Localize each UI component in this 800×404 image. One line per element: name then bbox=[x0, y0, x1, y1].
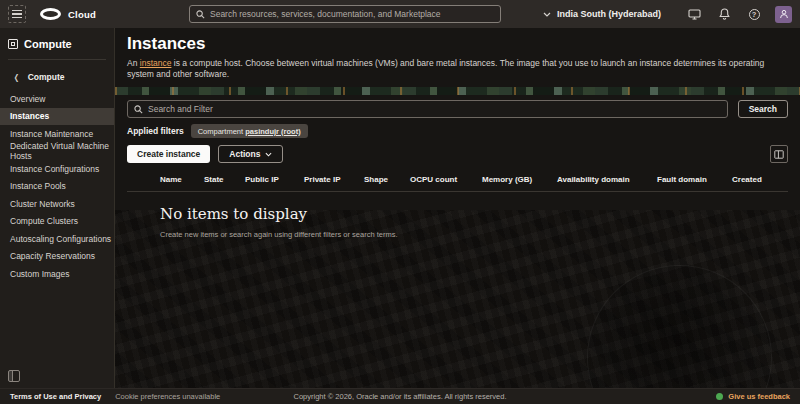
column-header-memory[interactable]: Memory (GB) bbox=[482, 175, 557, 184]
footer: Terms of Use and Privacy Cookie preferen… bbox=[0, 388, 800, 404]
instance-doc-link[interactable]: instance bbox=[140, 58, 172, 68]
divider bbox=[8, 59, 106, 60]
chip-prefix: Compartment bbox=[198, 127, 246, 136]
feedback-icon bbox=[716, 393, 723, 400]
sidebar-title: Compute bbox=[24, 38, 72, 50]
top-bar-right: India South (Hyderabad) ? bbox=[543, 3, 792, 25]
chevron-left-icon: ❮ bbox=[14, 73, 19, 82]
sidebar-item-instance-configurations[interactable]: Instance Configurations bbox=[0, 160, 114, 178]
notifications-bell-icon[interactable] bbox=[713, 3, 735, 25]
sidebar-item-capacity-reservations[interactable]: Capacity Reservations bbox=[0, 248, 114, 266]
sidebar-item-dedicated-vm-hosts[interactable]: Dedicated Virtual Machine Hosts bbox=[0, 143, 114, 161]
oci-console: Cloud India South (Hyderabad) bbox=[0, 0, 800, 404]
column-header-public-ip[interactable]: Public IP bbox=[245, 175, 304, 184]
page-title: Instances bbox=[127, 34, 788, 54]
cookie-preferences-text: Cookie preferences unavailable bbox=[115, 392, 220, 401]
column-header-ocpu-count[interactable]: OCPU count bbox=[410, 175, 482, 184]
decorative-circle bbox=[587, 265, 772, 388]
empty-state-title: No items to display bbox=[160, 205, 788, 223]
global-search-input[interactable] bbox=[210, 9, 494, 19]
compartment-filter-chip[interactable]: Compartment pasindujr (root) bbox=[191, 124, 308, 138]
actions-label: Actions bbox=[229, 149, 260, 159]
column-header-fault-domain[interactable]: Fault domain bbox=[657, 175, 732, 184]
panel-toggle-icon[interactable] bbox=[8, 370, 20, 382]
sidebar-item-compute-clusters[interactable]: Compute Clusters bbox=[0, 213, 114, 231]
empty-state: No items to display Create new items or … bbox=[127, 205, 788, 239]
feedback-link[interactable]: Give us feedback bbox=[716, 392, 790, 401]
sidebar-item-cluster-networks[interactable]: Cluster Networks bbox=[0, 195, 114, 213]
search-icon bbox=[196, 10, 205, 19]
column-header-name[interactable]: Name bbox=[160, 175, 204, 184]
top-bar: Cloud India South (Hyderabad) bbox=[0, 0, 800, 28]
sidebar-item-instances[interactable]: Instances bbox=[0, 108, 114, 126]
help-icon[interactable]: ? bbox=[743, 3, 765, 25]
create-instance-button[interactable]: Create instance bbox=[127, 145, 210, 163]
footer-left: Terms of Use and Privacy Cookie preferen… bbox=[10, 392, 220, 401]
sidebar: Compute ❮ Compute Overview Instances Ins… bbox=[0, 28, 115, 388]
copyright-text: Copyright © 2026, Oracle and/or its affi… bbox=[294, 392, 507, 401]
column-header-availability-domain[interactable]: Availability domain bbox=[557, 175, 657, 184]
column-header-created[interactable]: Created bbox=[732, 175, 788, 184]
sidebar-back[interactable]: ❮ Compute bbox=[0, 66, 114, 88]
menu-icon[interactable] bbox=[8, 5, 26, 23]
chevron-down-icon bbox=[265, 152, 272, 157]
user-avatar[interactable] bbox=[775, 6, 792, 23]
sidebar-item-overview[interactable]: Overview bbox=[0, 90, 114, 108]
page-description: An instance is a compute host. Choose be… bbox=[127, 58, 788, 80]
sidebar-item-custom-images[interactable]: Custom Images bbox=[0, 265, 114, 283]
decorative-banner bbox=[115, 87, 800, 95]
global-search[interactable] bbox=[189, 5, 501, 23]
description-text: is a compute host. Choose between virtua… bbox=[127, 58, 764, 79]
applied-filters-label: Applied filters bbox=[127, 126, 184, 136]
actions-row: Create instance Actions bbox=[127, 145, 788, 163]
sidebar-header: Compute bbox=[0, 28, 114, 59]
search-icon bbox=[134, 105, 143, 114]
sidebar-nav: Overview Instances Instance Maintenance … bbox=[0, 90, 114, 283]
chevron-down-icon bbox=[543, 12, 551, 17]
column-header-private-ip[interactable]: Private IP bbox=[304, 175, 364, 184]
filter-row: Search bbox=[127, 100, 788, 118]
applied-filters-row: Applied filters Compartment pasindujr (r… bbox=[127, 124, 788, 138]
terms-link[interactable]: Terms of Use and Privacy bbox=[10, 392, 101, 401]
person-icon bbox=[779, 9, 789, 19]
search-button[interactable]: Search bbox=[738, 100, 788, 118]
filter-search-input[interactable] bbox=[148, 104, 721, 114]
brand[interactable]: Cloud bbox=[40, 8, 96, 20]
region-selector[interactable]: India South (Hyderabad) bbox=[543, 9, 661, 19]
manage-columns-icon[interactable] bbox=[770, 145, 788, 163]
sidebar-item-instance-maintenance[interactable]: Instance Maintenance bbox=[0, 125, 114, 143]
cloud-shell-icon[interactable] bbox=[683, 3, 705, 25]
chip-value[interactable]: pasindujr (root) bbox=[245, 127, 300, 136]
oracle-logo-icon bbox=[40, 8, 61, 20]
actions-button[interactable]: Actions bbox=[218, 145, 283, 163]
sidebar-item-autoscaling-configurations[interactable]: Autoscaling Configurations bbox=[0, 230, 114, 248]
description-text: An bbox=[127, 58, 140, 68]
brand-name: Cloud bbox=[68, 9, 96, 20]
compute-icon bbox=[8, 39, 18, 49]
column-header-shape[interactable]: Shape bbox=[364, 175, 410, 184]
filter-search[interactable] bbox=[127, 100, 728, 118]
empty-state-subtitle: Create new items or search again using d… bbox=[160, 230, 788, 239]
region-label: India South (Hyderabad) bbox=[557, 9, 661, 19]
sidebar-item-instance-pools[interactable]: Instance Pools bbox=[0, 178, 114, 196]
column-header-state[interactable]: State bbox=[204, 175, 245, 184]
instances-table-header: Name State Public IP Private IP Shape OC… bbox=[127, 175, 788, 192]
main-content: Instances An instance is a compute host.… bbox=[115, 28, 800, 388]
